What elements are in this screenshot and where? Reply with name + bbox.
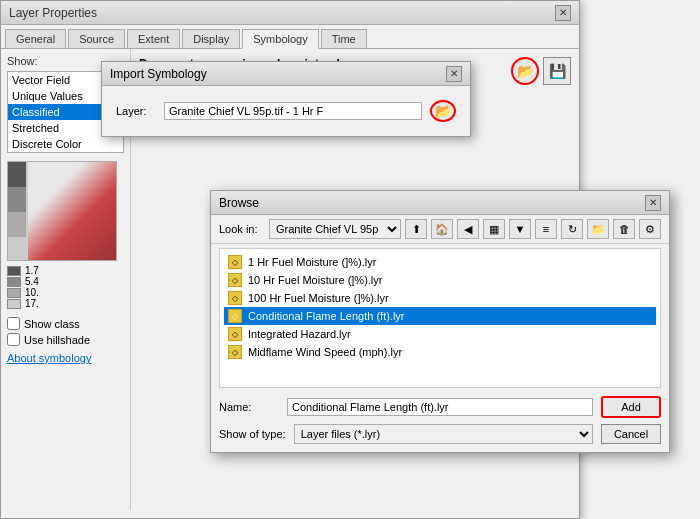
file-icon-2: ◇ <box>228 291 242 305</box>
name-input[interactable] <box>287 398 593 416</box>
browse-dialog: Browse ✕ Look in: Granite Chief VL 95p ⬆… <box>210 190 670 453</box>
name-label: Name: <box>219 401 279 413</box>
toolbar-icons: 📂 💾 <box>511 57 571 85</box>
cancel-button[interactable]: Cancel <box>601 424 661 444</box>
file-icon-5: ◇ <box>228 345 242 359</box>
thumbnail-area: 1.7 5.4 10. 17. <box>7 161 124 309</box>
legend-row-3: 17. <box>7 298 124 309</box>
file-name-0: 1 Hr Fuel Moisture (]%).lyr <box>248 256 376 268</box>
layer-properties-close-button[interactable]: ✕ <box>555 5 571 21</box>
nav-grid-button[interactable]: ▦ <box>483 219 505 239</box>
file-list: ◇ 1 Hr Fuel Moisture (]%).lyr ◇ 10 Hr Fu… <box>219 248 661 388</box>
file-name-5: Midflame Wind Speed (mph).lyr <box>248 346 402 358</box>
tabs-bar: General Source Extent Display Symbology … <box>1 25 579 49</box>
show-type-label: Show of type: <box>219 428 286 440</box>
open-symbology-button[interactable]: 📂 <box>511 57 539 85</box>
thumbnail-box <box>7 161 117 261</box>
legend-rows: 1.7 5.4 10. 17. <box>7 265 124 309</box>
legend-value-1: 5.4 <box>25 276 39 287</box>
name-row: Name: Add <box>211 392 669 422</box>
import-symbology-titlebar: Import Symbology ✕ <box>102 62 470 86</box>
file-icon-4: ◇ <box>228 327 242 341</box>
tab-symbology[interactable]: Symbology <box>242 29 318 49</box>
nav-folder-button[interactable]: 📁 <box>587 219 609 239</box>
layer-row: Layer: 📂 <box>116 100 456 122</box>
look-in-select[interactable]: Granite Chief VL 95p <box>269 219 401 239</box>
nav-up-button[interactable]: ⬆ <box>405 219 427 239</box>
legend-value-3: 17. <box>25 298 39 309</box>
legend-value-0: 1.7 <box>25 265 39 276</box>
show-item-discrete-color[interactable]: Discrete Color <box>8 136 123 152</box>
show-class-label: Show class <box>24 318 80 330</box>
file-icon-0: ◇ <box>228 255 242 269</box>
show-type-select[interactable]: Layer files (*.lyr) <box>294 424 593 444</box>
tab-time[interactable]: Time <box>321 29 367 48</box>
nav-dropdown-button[interactable]: ▼ <box>509 219 531 239</box>
layer-label: Layer: <box>116 105 156 117</box>
nav-settings-button[interactable]: ⚙ <box>639 219 661 239</box>
show-type-row: Show of type: Layer files (*.lyr) Cancel <box>211 422 669 452</box>
use-hillshade-label: Use hillshade <box>24 334 90 346</box>
browse-toolbar: Look in: Granite Chief VL 95p ⬆ 🏠 ◀ ▦ ▼ … <box>211 215 669 244</box>
import-symbology-dialog: Import Symbology ✕ Layer: 📂 <box>101 61 471 137</box>
checkbox-area: Show class Use hillshade <box>7 317 124 346</box>
browse-dialog-titlebar: Browse ✕ <box>211 191 669 215</box>
browse-dialog-title: Browse <box>219 196 259 210</box>
browse-dialog-close-button[interactable]: ✕ <box>645 195 661 211</box>
layer-input[interactable] <box>164 102 422 120</box>
tab-general[interactable]: General <box>5 29 66 48</box>
map-preview <box>28 162 116 260</box>
add-button[interactable]: Add <box>601 396 661 418</box>
legend-color-0 <box>7 266 21 276</box>
file-name-1: 10 Hr Fuel Moisture (]%).lyr <box>248 274 382 286</box>
tab-source[interactable]: Source <box>68 29 125 48</box>
show-class-row: Show class <box>7 317 124 330</box>
look-in-label: Look in: <box>219 223 265 235</box>
legend-row-2: 10. <box>7 287 124 298</box>
file-icon-3: ◇ <box>228 309 242 323</box>
file-item-0[interactable]: ◇ 1 Hr Fuel Moisture (]%).lyr <box>224 253 656 271</box>
layer-properties-title: Layer Properties <box>9 6 97 20</box>
use-hillshade-checkbox[interactable] <box>7 333 20 346</box>
nav-delete-button[interactable]: 🗑 <box>613 219 635 239</box>
file-item-3[interactable]: ◇ Conditional Flame Length (ft).lyr <box>224 307 656 325</box>
legend-value-2: 10. <box>25 287 39 298</box>
file-item-5[interactable]: ◇ Midflame Wind Speed (mph).lyr <box>224 343 656 361</box>
legend-row-1: 5.4 <box>7 276 124 287</box>
file-name-4: Integrated Hazard.lyr <box>248 328 351 340</box>
nav-home-button[interactable]: 🏠 <box>431 219 453 239</box>
legend-color-2 <box>7 288 21 298</box>
file-item-4[interactable]: ◇ Integrated Hazard.lyr <box>224 325 656 343</box>
color-bar <box>8 162 26 260</box>
nav-refresh-button[interactable]: ↻ <box>561 219 583 239</box>
import-symbology-close-button[interactable]: ✕ <box>446 66 462 82</box>
show-class-checkbox[interactable] <box>7 317 20 330</box>
file-item-1[interactable]: ◇ 10 Hr Fuel Moisture (]%).lyr <box>224 271 656 289</box>
file-name-2: 100 Hr Fuel Moisture (]%).lyr <box>248 292 389 304</box>
legend-color-3 <box>7 299 21 309</box>
import-symbology-content: Layer: 📂 <box>102 86 470 136</box>
use-hillshade-row: Use hillshade <box>7 333 124 346</box>
import-browse-button[interactable]: 📂 <box>430 100 456 122</box>
save-symbology-button[interactable]: 💾 <box>543 57 571 85</box>
file-item-2[interactable]: ◇ 100 Hr Fuel Moisture (]%).lyr <box>224 289 656 307</box>
tab-display[interactable]: Display <box>182 29 240 48</box>
legend-row-0: 1.7 <box>7 265 124 276</box>
nav-back-button[interactable]: ◀ <box>457 219 479 239</box>
legend-color-1 <box>7 277 21 287</box>
layer-properties-titlebar: Layer Properties ✕ <box>1 1 579 25</box>
tab-extent[interactable]: Extent <box>127 29 180 48</box>
file-icon-1: ◇ <box>228 273 242 287</box>
about-symbology-link[interactable]: About symbology <box>7 352 124 364</box>
file-name-3: Conditional Flame Length (ft).lyr <box>248 310 405 322</box>
import-symbology-title: Import Symbology <box>110 67 207 81</box>
nav-details-button[interactable]: ≡ <box>535 219 557 239</box>
